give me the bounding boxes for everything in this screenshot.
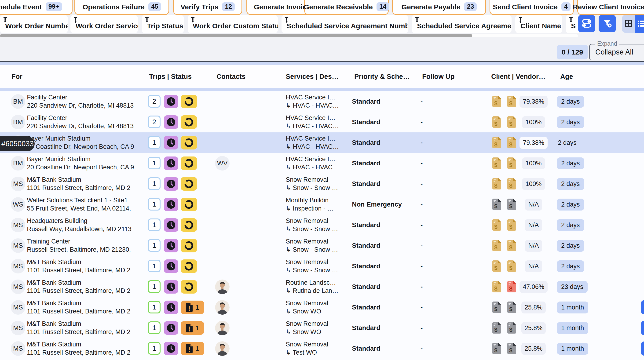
toggles-button[interactable]: [578, 15, 595, 32]
trip-count-badge[interactable]: 1: [148, 342, 160, 355]
table-row[interactable]: BMFacility Center220 Sandview Dr, Charlo…: [0, 91, 644, 112]
tab-review-client-invoices[interactable]: Review Client Invoices9: [577, 0, 644, 15]
trip-status-clock-badge[interactable]: [164, 136, 178, 149]
table-row[interactable]: MSM&T Bank Stadium1101 Russell Street, B…: [0, 256, 644, 277]
column-header-7[interactable]: Client | Vendor…: [491, 65, 546, 88]
filter-chip-trip-status[interactable]: Trip Status: [142, 15, 184, 33]
trip-count-badge[interactable]: 1: [148, 198, 160, 211]
contact-avatar[interactable]: [215, 300, 230, 315]
row-action-button-cutoff[interactable]: [641, 300, 644, 314]
trip-status-clock-badge[interactable]: [164, 239, 178, 252]
contact-avatar[interactable]: WV: [215, 156, 230, 171]
tab-verify-trips[interactable]: Verify Trips12: [173, 0, 242, 15]
table-row[interactable]: MSM&T Bank Stadium1101 Russell Street, B…: [0, 318, 644, 338]
filter-chip-work-order-service[interactable]: Work Order Service: [70, 15, 138, 33]
contact-avatar[interactable]: [215, 321, 230, 335]
filter-chip-work-order-number[interactable]: Work Order Number: [0, 15, 68, 33]
trip-status-clock-badge[interactable]: [164, 321, 178, 335]
trip-status-loader-badge[interactable]: [181, 156, 197, 170]
column-header-2[interactable]: Trips | Status: [149, 65, 192, 88]
trip-count-badge[interactable]: 1: [148, 322, 160, 334]
client-invoice-icon[interactable]: $: [492, 95, 502, 108]
trip-status-clock-badge[interactable]: [164, 177, 178, 191]
client-invoice-icon[interactable]: $: [492, 322, 502, 335]
table-row[interactable]: MSHeadquaters BuildingRussell Way, Randa…: [0, 215, 644, 235]
trip-status-loader-badge[interactable]: [181, 177, 197, 191]
column-header-5[interactable]: Priority & Sche…: [354, 65, 410, 88]
trip-count-badge[interactable]: 1: [148, 177, 160, 190]
table-row[interactable]: MSM&T Bank Stadium1101 Russell Street, B…: [0, 174, 644, 194]
trip-status-loader-badge[interactable]: [181, 239, 197, 252]
vendor-invoice-icon[interactable]: $: [507, 198, 516, 211]
table-row[interactable]: WSWalter Solutions Test client 1 - Site1…: [0, 194, 644, 215]
trip-count-badge[interactable]: 1: [148, 280, 160, 293]
table-row[interactable]: BMBayer Munich Stadium20 Coastline Dr, N…: [0, 153, 644, 174]
trip-count-badge[interactable]: 1: [148, 219, 160, 231]
trip-count-badge[interactable]: 1: [148, 239, 160, 252]
trip-status-clock-badge[interactable]: [164, 342, 178, 355]
client-invoice-icon[interactable]: $: [492, 198, 502, 211]
trip-count-badge[interactable]: 1: [148, 301, 160, 314]
vendor-invoice-icon[interactable]: $: [507, 240, 516, 253]
trip-status-loader-badge[interactable]: [181, 136, 197, 149]
column-header-3[interactable]: Contacts: [216, 65, 246, 88]
trip-status-loader-badge[interactable]: [181, 95, 197, 108]
column-header-8[interactable]: Age: [560, 65, 573, 88]
trip-status-loader-badge[interactable]: [181, 218, 197, 232]
vendor-invoice-icon[interactable]: $: [507, 343, 516, 356]
filter-chip-scheduled-service-agreement-number[interactable]: Scheduled Service Agreement Number: [282, 15, 408, 33]
trip-status-clock-badge[interactable]: [164, 156, 178, 170]
contact-avatar[interactable]: [215, 280, 230, 294]
trip-status-doc-badge[interactable]: 1: [181, 301, 204, 314]
trip-count-badge[interactable]: 2: [148, 95, 160, 108]
vendor-invoice-icon[interactable]: $: [507, 116, 516, 129]
client-invoice-icon[interactable]: $: [492, 157, 502, 170]
client-invoice-icon[interactable]: $: [492, 301, 502, 314]
vendor-invoice-icon[interactable]: $: [507, 281, 516, 294]
vendor-invoice-icon[interactable]: $: [507, 260, 516, 273]
vendor-invoice-icon[interactable]: $: [507, 219, 516, 232]
tab-generate-receivable[interactable]: Generate Receivable14: [304, 0, 389, 15]
vendor-invoice-icon[interactable]: $: [507, 322, 516, 335]
trip-status-clock-badge[interactable]: [164, 280, 178, 294]
client-invoice-icon[interactable]: $: [492, 260, 502, 273]
horizontal-scrollbar-thumb[interactable]: [0, 34, 472, 37]
trip-status-clock-badge[interactable]: [164, 95, 178, 108]
client-invoice-icon[interactable]: $: [492, 116, 502, 129]
trip-status-loader-badge[interactable]: [181, 280, 197, 294]
client-invoice-icon[interactable]: $: [492, 219, 502, 232]
grid-view-button[interactable]: [622, 15, 635, 33]
tab-send-client-invoice[interactable]: Send Client Invoice4: [490, 0, 574, 15]
filter-chip-client-name[interactable]: Client Name: [515, 15, 562, 33]
tab-schedule-event[interactable]: Schedule Event99+: [0, 0, 72, 15]
vendor-invoice-icon[interactable]: $: [507, 137, 516, 150]
column-header-1[interactable]: For: [12, 65, 22, 88]
table-row[interactable]: MSM&T Bank Stadium1101 Russell Street, B…: [0, 277, 644, 297]
table-row[interactable]: BMFacility Center220 Sandview Dr, Charlo…: [0, 112, 644, 132]
trip-status-clock-badge[interactable]: [164, 259, 178, 273]
client-invoice-icon[interactable]: $: [492, 281, 502, 294]
trip-status-clock-badge[interactable]: [164, 115, 178, 129]
column-header-6[interactable]: Follow Up: [422, 65, 455, 88]
trip-status-loader-badge[interactable]: [181, 259, 197, 273]
trip-status-doc-badge[interactable]: 1: [181, 321, 204, 335]
table-row[interactable]: MSM&T Bank Stadium1101 Russell Street, B…: [0, 338, 644, 360]
table-row[interactable]: MSM&T Bank Stadium1101 Russell Street, B…: [0, 297, 644, 318]
trip-status-clock-badge[interactable]: [164, 301, 178, 314]
filter-chip-scheduled-service-agreement[interactable]: Scheduled Service Agreement: [412, 15, 512, 33]
trip-count-badge[interactable]: 1: [148, 260, 160, 272]
tab-generate-payable[interactable]: Generate Payable23: [392, 0, 486, 15]
table-row[interactable]: BMBayer Munich Stadium20 Coastline Dr, N…: [0, 132, 644, 153]
list-view-button[interactable]: [635, 15, 644, 33]
trip-count-badge[interactable]: 2: [148, 116, 160, 128]
trip-status-clock-badge[interactable]: [164, 198, 178, 211]
vendor-invoice-icon[interactable]: $: [507, 157, 516, 170]
add-filter-button[interactable]: [598, 15, 616, 32]
trip-count-badge[interactable]: 1: [148, 157, 160, 169]
client-invoice-icon[interactable]: $: [492, 343, 502, 356]
vendor-invoice-icon[interactable]: $: [507, 178, 516, 191]
trip-status-clock-badge[interactable]: [164, 218, 178, 232]
vendor-invoice-icon[interactable]: $: [507, 95, 516, 108]
client-invoice-icon[interactable]: $: [492, 178, 502, 191]
row-action-button-cutoff[interactable]: [641, 342, 644, 356]
